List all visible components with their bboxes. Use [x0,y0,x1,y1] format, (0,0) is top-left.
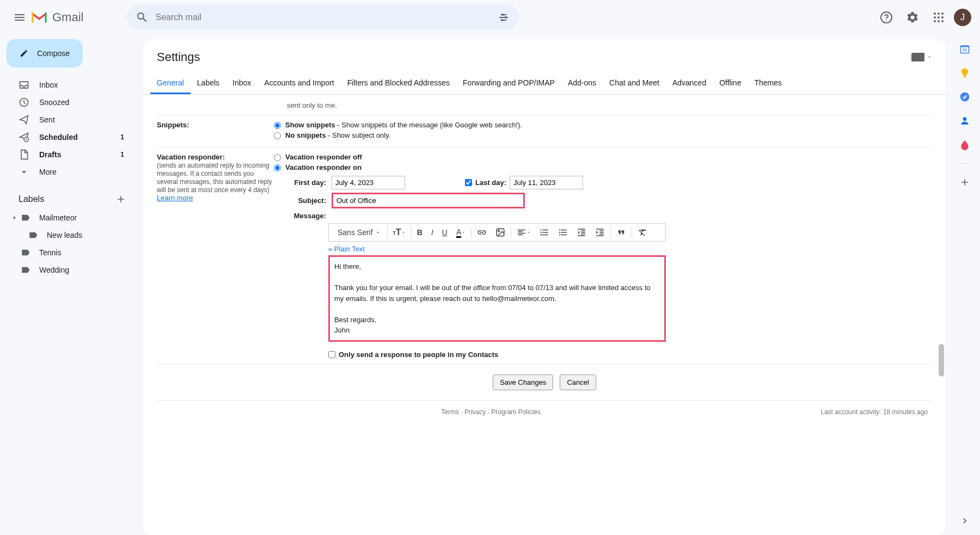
addon-app-icon[interactable] [959,139,970,150]
caret-right-icon [11,214,19,222]
quote-button[interactable] [612,224,630,241]
nav-count: 1 [120,151,124,158]
plain-text-link[interactable]: « Plain Text [328,245,365,253]
label-new-leads[interactable]: New leads [4,226,135,244]
label-icon [21,265,30,275]
last-day-input[interactable] [510,176,583,189]
vacation-on-radio[interactable] [274,164,281,171]
text-color-button[interactable]: A [452,224,470,241]
cancel-button[interactable]: Cancel [560,374,596,390]
no-snippets-label: No snippets - Show subject only. [285,131,390,139]
scrollbar-thumb[interactable] [939,344,944,377]
terms-link[interactable]: Terms [441,408,459,416]
subject-input[interactable] [332,193,525,208]
apps-button[interactable] [928,7,950,28]
numbered-list-button[interactable] [535,224,554,241]
learn-more-link[interactable]: Learn more [157,194,193,202]
tab-offline[interactable]: Offline [713,73,748,94]
link-button[interactable] [473,224,491,241]
image-button[interactable] [491,224,510,241]
svg-rect-22 [964,76,966,78]
search-bar[interactable] [127,4,519,30]
image-icon [495,227,505,237]
svg-point-13 [941,20,944,22]
clear-format-button[interactable] [633,224,652,241]
policies-link[interactable]: Program Policies [491,408,541,416]
svg-point-2 [501,19,503,21]
message-body-input[interactable]: Hi there, Thank you for your email. I wi… [328,255,666,342]
bullet-list-button[interactable] [554,224,572,241]
bold-button[interactable]: B [413,224,427,241]
label-icon [28,230,38,240]
no-snippets-radio[interactable] [274,132,281,139]
collapse-panel-button[interactable] [959,515,970,526]
vacation-off-radio[interactable] [274,154,281,161]
nav-inbox[interactable]: Inbox [4,76,135,94]
italic-button[interactable]: I [427,224,438,241]
compose-label: Compose [37,49,70,58]
calendar-app-icon[interactable]: 31 [959,44,970,54]
settings-tabs: General Labels Inbox Accounts and Import… [144,73,945,95]
tab-labels[interactable]: Labels [191,73,226,94]
tab-accounts[interactable]: Accounts and Import [258,73,340,94]
first-day-input[interactable] [332,176,405,189]
contacts-app-icon[interactable] [959,115,970,126]
search-icon [136,11,149,24]
indent-less-button[interactable] [572,224,591,241]
last-day-label: Last day: [475,179,506,187]
nav-scheduled[interactable]: Scheduled 1 [4,128,135,146]
nav-more[interactable]: More [4,163,135,181]
tab-advanced[interactable]: Advanced [666,73,713,94]
nav-label: More [39,168,128,176]
settings-button[interactable] [902,7,923,28]
svg-point-6 [938,13,940,15]
show-snippets-radio[interactable] [274,122,281,129]
contacts-only-checkbox[interactable] [328,351,335,358]
gmail-logo-icon [30,11,48,24]
tab-forwarding[interactable]: Forwarding and POP/IMAP [456,73,561,94]
svg-rect-16 [911,53,924,62]
plus-icon [115,194,126,205]
align-button[interactable] [512,224,535,241]
tab-chat[interactable]: Chat and Meet [603,73,666,94]
nav-drafts[interactable]: Drafts 1 [4,146,135,163]
label-wedding[interactable]: Wedding [4,261,135,279]
tab-themes[interactable]: Themes [748,73,788,94]
tab-general[interactable]: General [150,73,191,94]
tab-inbox[interactable]: Inbox [226,73,258,94]
search-options-icon[interactable] [497,11,510,24]
numbered-list-icon [540,227,549,237]
indent-more-button[interactable] [591,224,609,241]
privacy-link[interactable]: Privacy [464,408,486,416]
keep-app-icon[interactable] [959,67,970,78]
label-tennis[interactable]: Tennis [4,244,135,261]
account-avatar[interactable]: J [954,9,971,26]
help-button[interactable] [875,7,897,28]
font-size-button[interactable]: тT [389,224,410,241]
nav-snoozed[interactable]: Snoozed [4,94,135,111]
show-snippets-label: Show snippets - Show snippets of the mes… [285,121,522,129]
save-button[interactable]: Save Changes [493,374,553,390]
last-day-checkbox[interactable] [465,179,472,186]
gmail-logo-block[interactable]: Gmail [30,10,83,24]
label-icon [21,248,30,257]
clear-format-icon [638,227,647,237]
label-mailmeteor[interactable]: Mailmeteor [4,209,135,226]
main-menu-button[interactable] [9,7,30,28]
tab-addons[interactable]: Add-ons [561,73,603,94]
side-panel: 31 [950,35,980,535]
font-select[interactable]: Sans Serif [332,224,386,241]
add-app-button[interactable] [959,177,970,188]
search-input[interactable] [155,13,497,22]
nav-count: 1 [120,133,124,141]
underline-button[interactable]: U [438,224,452,241]
nav-label: Drafts [39,150,120,159]
tab-filters[interactable]: Filters and Blocked Addresses [341,73,456,94]
tasks-app-icon[interactable] [959,91,970,102]
compose-button[interactable]: Compose [7,39,83,67]
nav-label: Scheduled [39,133,120,142]
add-label-button[interactable] [115,194,126,205]
input-tools-toggle[interactable] [911,53,932,62]
nav-sent[interactable]: Sent [4,111,135,128]
page-title: Settings [157,50,200,64]
